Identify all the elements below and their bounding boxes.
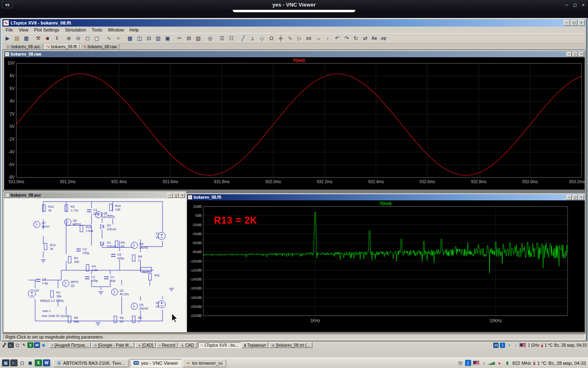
drag-icon[interactable]: ↕ bbox=[323, 34, 332, 43]
mirror-icon[interactable]: ⇄ bbox=[361, 34, 370, 43]
close-button[interactable]: × bbox=[579, 195, 584, 200]
bluetooth-icon[interactable]: ᛒ bbox=[500, 343, 505, 348]
tab-bokarev-08-raw[interactable]: ∿bokarev_08.raw bbox=[80, 44, 120, 49]
bluetooth-icon[interactable]: ᛒ bbox=[465, 360, 471, 366]
launcher-terminal-icon[interactable]: >_ bbox=[8, 342, 14, 348]
excel-icon[interactable]: X bbox=[35, 359, 42, 366]
ltspice-titlebar[interactable]: ∿ LTspice XVII - bokarev_08.fft –□× bbox=[2, 19, 586, 27]
save-icon[interactable]: ▦ bbox=[22, 34, 31, 43]
tab-bokarev-08-fft[interactable]: ∿bokarev_08.fft bbox=[44, 44, 80, 49]
task-cad-1[interactable]: ▲[CAD] bbox=[135, 342, 156, 348]
capacitor-icon[interactable]: ╪ bbox=[276, 34, 285, 43]
minimize-button[interactable]: – bbox=[566, 195, 572, 200]
task-record[interactable]: ●Record bbox=[156, 342, 178, 348]
task-browser[interactable]: ◍[Google - Pale M... bbox=[91, 342, 134, 348]
launcher-app-icon[interactable]: ▞ bbox=[1, 342, 7, 348]
run-icon[interactable]: ▶ bbox=[3, 34, 12, 43]
launcher-excel-icon[interactable]: X bbox=[27, 342, 33, 348]
network-signal-icon[interactable]: ▂▄▆ bbox=[489, 360, 495, 366]
ground-icon[interactable]: ⟂ bbox=[248, 34, 257, 43]
diode-icon[interactable]: ▷ bbox=[295, 34, 304, 43]
arrange-icons-icon[interactable]: ▥ bbox=[154, 34, 163, 43]
menu-view[interactable]: View bbox=[16, 27, 31, 33]
minimize-button[interactable]: – bbox=[167, 193, 173, 198]
open-icon[interactable]: ▤ bbox=[12, 34, 22, 43]
task-ltspice[interactable]: ∿LTspice XVII - bo... bbox=[198, 342, 241, 348]
clock[interactable]: Вс, 28 мар, 04:33 bbox=[548, 361, 586, 366]
launcher-browser-icon[interactable]: ◍ bbox=[40, 342, 47, 348]
notification-icon[interactable]: ● bbox=[506, 343, 512, 348]
word-icon[interactable]: W bbox=[43, 359, 50, 366]
pause-icon[interactable]: ‖ bbox=[52, 34, 62, 43]
task-cad-2[interactable]: ▲CAD bbox=[178, 342, 197, 348]
menu-tools[interactable]: Tools bbox=[89, 27, 105, 33]
label-net-icon[interactable]: ◇ bbox=[257, 34, 267, 43]
close-button[interactable]: × bbox=[180, 193, 185, 198]
task-tor-browser[interactable]: ▰tor-browser_ru bbox=[183, 359, 226, 367]
close-button[interactable]: × bbox=[579, 52, 584, 57]
maximize-button[interactable]: □ bbox=[574, 3, 577, 7]
task-text-editor[interactable]: ▤[bokarev_08.txt (... bbox=[269, 342, 312, 348]
task-user-chat[interactable]: ●[Андрей Петров... bbox=[49, 342, 91, 348]
zoom-in-icon[interactable]: ⊕ bbox=[64, 34, 74, 43]
maximize-button[interactable]: □ bbox=[571, 20, 577, 26]
spice-directive-icon[interactable]: .op bbox=[379, 34, 388, 43]
transient-plot[interactable]: 10V8V6V4V2V0V-2V-4V-6V-8V931.0ms931.2ms9… bbox=[4, 57, 585, 190]
volume-icon[interactable]: ♪ bbox=[481, 360, 487, 366]
copy-icon[interactable]: ⊞ bbox=[184, 34, 194, 43]
maximize-button[interactable]: □ bbox=[174, 193, 179, 198]
close-button[interactable]: × bbox=[578, 20, 585, 26]
rotate-icon[interactable]: ↻ bbox=[351, 34, 361, 43]
halt-icon[interactable]: ■ bbox=[43, 34, 52, 43]
menu-simulation[interactable]: Simulation bbox=[62, 27, 89, 33]
redo-icon[interactable]: ↷ bbox=[342, 34, 351, 43]
menu-window[interactable]: Window bbox=[105, 27, 127, 33]
print-icon[interactable]: ☰ bbox=[217, 34, 227, 43]
resistor-icon[interactable]: Ω bbox=[267, 34, 276, 43]
volume-icon[interactable]: ♪ bbox=[513, 343, 518, 348]
us-flag-icon[interactable] bbox=[473, 361, 479, 365]
zoom-out-icon[interactable]: ⊖ bbox=[74, 34, 83, 43]
clipboard-icon[interactable]: ▤ bbox=[457, 360, 463, 366]
find-icon[interactable]: ◎ bbox=[205, 34, 215, 43]
menu-file[interactable]: File bbox=[3, 27, 16, 33]
autorange-icon[interactable]: ∿ bbox=[104, 34, 114, 43]
cut-icon[interactable]: ✂ bbox=[175, 34, 184, 43]
tab-bokarev-08-asc[interactable]: ▷bokarev_08.asc bbox=[4, 44, 43, 49]
task-vnc-viewer[interactable]: V2yes - VNC Viewer bbox=[130, 359, 182, 367]
tile-vertical-icon[interactable]: ◫ bbox=[135, 34, 144, 43]
close-button[interactable]: × bbox=[582, 3, 585, 7]
task-forum-autoclub[interactable]: ◍АВТОКЛУБ ВАЗ-2106. Тюн... bbox=[53, 359, 129, 367]
control-panel-icon[interactable]: ⚒ bbox=[33, 34, 43, 43]
minimize-button[interactable]: – bbox=[565, 3, 568, 7]
minimize-button[interactable]: – bbox=[566, 52, 572, 57]
save-session-icon[interactable]: ▦ bbox=[27, 359, 34, 366]
maximize-button[interactable]: □ bbox=[572, 52, 578, 57]
vnc-titlebar[interactable]: yes - VNC Viewer V2 –□× bbox=[0, 0, 588, 10]
menu-icon[interactable]: ▣ bbox=[2, 359, 9, 366]
notification-icon[interactable]: ● bbox=[497, 360, 503, 366]
print-preview-icon[interactable]: ☷ bbox=[227, 34, 236, 43]
undo-icon[interactable]: ↶ bbox=[332, 34, 342, 43]
text-icon[interactable]: Aa bbox=[370, 34, 379, 43]
close-window-icon[interactable]: ▣ bbox=[163, 34, 172, 43]
us-flag-icon[interactable] bbox=[519, 343, 526, 348]
zoom-full-icon[interactable]: ▢ bbox=[92, 34, 102, 43]
maximize-button[interactable]: □ bbox=[572, 195, 578, 200]
clock[interactable]: Вс, 28 мар, 04:33 bbox=[554, 343, 587, 348]
paste-icon[interactable]: ▧ bbox=[194, 34, 203, 43]
fft-window-titlebar[interactable]: ∿ bokarev_08.fft –□× bbox=[187, 194, 585, 200]
vnc-tray-icon[interactable]: V2 bbox=[493, 343, 499, 348]
menu-help[interactable]: Help bbox=[127, 27, 142, 33]
minimize-button[interactable]: – bbox=[564, 20, 570, 26]
schematic-canvas[interactable]: R122kR21.71kC4100µQ6ECG101R10130Q7MP37Q5… bbox=[4, 198, 186, 332]
raw-window-titlebar[interactable]: ∿ bokarev_08.raw –□× bbox=[4, 51, 585, 57]
component-icon[interactable]: ⋈ bbox=[304, 34, 314, 43]
plot-settings-icon[interactable]: ≈ bbox=[114, 34, 123, 43]
menu-plot-settings[interactable]: Plot Settings bbox=[31, 27, 62, 33]
move-icon[interactable]: ↔ bbox=[314, 34, 323, 43]
launcher-editor-icon[interactable]: ✎ bbox=[21, 342, 27, 348]
tile-horizontal-icon[interactable]: ⊟ bbox=[144, 34, 154, 43]
launcher-word-icon[interactable]: W bbox=[34, 342, 40, 348]
terminal-icon[interactable]: >_ bbox=[10, 359, 18, 366]
